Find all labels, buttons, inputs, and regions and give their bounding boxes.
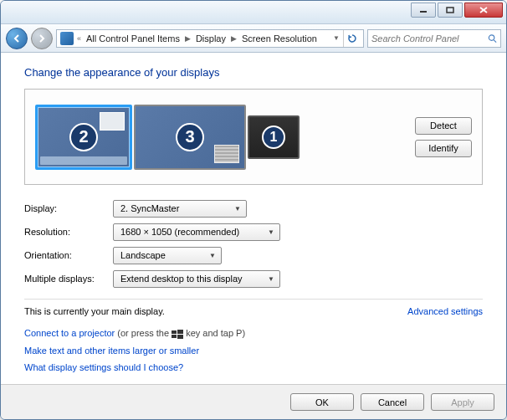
arrange-buttons: Detect Identify	[415, 117, 472, 157]
chevron-right-icon: ▶	[183, 34, 192, 43]
display-select[interactable]: 2. SyncMaster ▼	[113, 200, 247, 218]
text-size-link[interactable]: Make text and other items larger or smal…	[24, 346, 199, 356]
select-value: 1680 × 1050 (recommended)	[120, 227, 239, 237]
close-button[interactable]	[464, 3, 503, 18]
chevron-down-icon[interactable]: ▼	[331, 34, 341, 42]
monitor-number: 3	[176, 123, 204, 151]
chevron-down-icon: ▼	[268, 228, 274, 236]
monitor-number: 1	[262, 125, 285, 149]
apply-button[interactable]: Apply	[431, 393, 494, 411]
chevron-down-icon: ▼	[234, 205, 241, 213]
crumb-item[interactable]: All Control Panel Items	[84, 33, 182, 44]
orientation-label: Orientation:	[24, 250, 113, 260]
select-value: Extend desktop to this display	[120, 274, 243, 284]
nav-forward-button[interactable]	[31, 28, 53, 49]
footer: OK Cancel Apply	[1, 384, 506, 419]
chevron-right-icon: ▶	[229, 34, 238, 43]
chevron-down-icon: ▼	[209, 252, 216, 259]
svg-rect-1	[447, 8, 453, 13]
svg-rect-8	[172, 335, 177, 338]
advanced-settings-link[interactable]: Advanced settings	[407, 306, 483, 316]
detect-button[interactable]: Detect	[415, 117, 472, 135]
windows-key-icon	[172, 330, 183, 339]
cancel-button[interactable]: Cancel	[361, 393, 424, 411]
settings-form: Display: 2. SyncMaster ▼ Resolution: 168…	[24, 197, 483, 290]
monitor-1[interactable]: 1	[248, 115, 300, 159]
crumb-item[interactable]: Display	[194, 33, 228, 44]
refresh-button[interactable]	[343, 30, 360, 47]
taskbar-icon	[40, 156, 127, 165]
search-icon	[488, 33, 497, 44]
status-line: This is currently your main display. Adv…	[24, 306, 483, 316]
control-panel-icon	[60, 32, 74, 45]
window: « All Control Panel Items ▶ Display ▶ Sc…	[0, 0, 507, 420]
search-box[interactable]	[367, 29, 501, 48]
content-area: Change the appearance of your displays 2…	[1, 53, 506, 384]
ok-button[interactable]: OK	[290, 393, 354, 411]
monitor-number: 2	[69, 123, 98, 151]
monitor-2[interactable]: 2	[35, 105, 132, 170]
search-input[interactable]	[371, 33, 488, 44]
window-thumb-icon	[100, 112, 125, 131]
nav-back-button[interactable]	[6, 28, 28, 49]
projector-line: Connect to a projector (or press the key…	[24, 328, 483, 339]
breadcrumb[interactable]: « All Control Panel Items ▶ Display ▶ Sc…	[56, 29, 364, 48]
monitor-3[interactable]: 3	[134, 105, 246, 170]
titlebar	[1, 1, 506, 24]
svg-rect-7	[177, 330, 183, 334]
select-value: Landscape	[120, 250, 166, 260]
svg-line-5	[494, 39, 496, 42]
monitors-canvas[interactable]: 2 3 1	[35, 105, 407, 170]
resolution-select[interactable]: 1680 × 1050 (recommended) ▼	[113, 223, 280, 241]
chevron-left-icon: «	[75, 34, 83, 43]
multiple-displays-select[interactable]: Extend desktop to this display ▼	[113, 270, 280, 288]
connect-projector-link[interactable]: Connect to a projector	[24, 328, 115, 338]
multiple-label: Multiple displays:	[24, 274, 113, 284]
main-display-status: This is currently your main display.	[24, 306, 165, 316]
select-value: 2. SyncMaster	[120, 203, 179, 213]
hint-text: (or press the	[117, 328, 172, 338]
chevron-down-icon: ▼	[268, 275, 274, 283]
svg-point-4	[489, 34, 494, 39]
which-settings-link[interactable]: What display settings should I choose?	[24, 362, 183, 372]
navbar: « All Control Panel Items ▶ Display ▶ Sc…	[1, 24, 506, 53]
display-arrangement[interactable]: 2 3 1 Detect Identify	[24, 89, 483, 185]
hint-text: key and tap P)	[186, 328, 245, 338]
svg-rect-9	[177, 335, 183, 339]
identify-button[interactable]: Identify	[415, 140, 472, 157]
resolution-label: Resolution:	[24, 227, 113, 237]
crumb-item[interactable]: Screen Resolution	[240, 33, 319, 44]
divider	[24, 299, 483, 300]
calendar-icon	[214, 145, 239, 163]
maximize-button[interactable]	[438, 3, 463, 18]
svg-rect-6	[172, 330, 177, 334]
page-title: Change the appearance of your displays	[24, 66, 483, 79]
display-label: Display:	[24, 203, 113, 213]
minimize-button[interactable]	[411, 3, 436, 18]
orientation-select[interactable]: Landscape ▼	[113, 247, 222, 264]
